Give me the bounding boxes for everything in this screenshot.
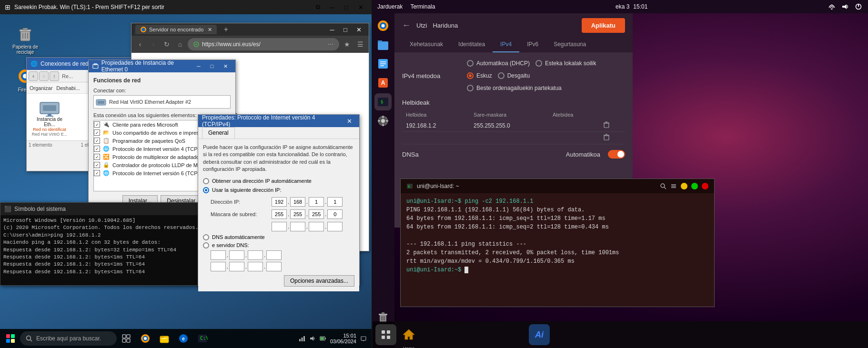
prop-close-btn[interactable]: ✕ [219, 61, 232, 71]
terminal-maximize-btn[interactable] [691, 183, 698, 189]
dns2-o4[interactable] [266, 262, 282, 271]
browser-url-more[interactable]: ⋯ [328, 41, 333, 48]
terminal-close-btn[interactable] [702, 183, 708, 189]
delete-row2-btn[interactable] [599, 132, 625, 144]
method-desgaitu[interactable]: Desgaitu [498, 72, 530, 79]
taskbar-cmd[interactable]: C:\ [194, 330, 211, 347]
browser-reload-btn[interactable]: ↻ [161, 39, 172, 50]
delete-row2-icon[interactable] [603, 134, 610, 140]
method-shared[interactable]: Beste ordenagailuekin partekatua [467, 85, 562, 91]
browser-menu-btn[interactable]: ☰ [354, 39, 366, 50]
windows-close-btn[interactable]: ✕ [354, 2, 367, 12]
subnet-cell[interactable]: 255.255.255.0 [470, 119, 549, 132]
topbar-network-icon[interactable] [828, 4, 836, 10]
taskbar-firefox[interactable] [137, 330, 154, 347]
sidebar-files[interactable] [374, 36, 392, 53]
net-settings-back-btn[interactable]: ← [402, 20, 411, 30]
browser-minimize-btn[interactable]: ─ [326, 25, 338, 34]
dock-ai-btn[interactable]: Ai [529, 324, 550, 345]
taskbar-notification-icon[interactable] [360, 335, 367, 342]
windows-restore-btn[interactable]: ⧉ [312, 2, 324, 12]
gw-octet4[interactable] [327, 222, 343, 231]
tcpip-option-auto[interactable]: Obtener una dirección IP automáticamente [203, 178, 354, 184]
nc-forward-btn[interactable]: › [39, 71, 49, 81]
taskbar-search[interactable]: Escribe aquí para buscar. [20, 331, 117, 346]
tcpip-option-manual[interactable]: Usar la siguiente dirección IP: [203, 187, 354, 193]
terminal-menu-icon[interactable] [670, 183, 677, 189]
taskbar-task-view[interactable] [118, 330, 135, 347]
browser-new-tab-btn[interactable]: + [220, 25, 232, 34]
nc-deshabilitar[interactable]: Deshabi... [56, 85, 80, 91]
delete-row-btn-cell[interactable] [599, 119, 625, 132]
nc-organizar[interactable]: Organizar [30, 85, 52, 91]
sidebar-notes[interactable] [374, 55, 392, 72]
browser-bookmarks-btn[interactable]: ★ [341, 39, 353, 50]
tcpip-general-tab[interactable]: General [202, 127, 235, 139]
terminal-content[interactable]: uni@uni-Isard:~$ ping -c2 192.168.1.1 PI… [401, 193, 714, 278]
utzi-btn[interactable]: Utzi [416, 22, 427, 29]
dns1-o1[interactable] [211, 250, 226, 260]
nc-back-btn[interactable]: ‹ [29, 71, 38, 81]
taskbar-edge[interactable]: e [175, 330, 192, 347]
dns1-o2[interactable] [229, 250, 244, 260]
browser-url-bar[interactable]: https://www.uni.eus/es/ ⋯ [188, 38, 339, 50]
tab-ipv4[interactable]: IPv4 [493, 37, 519, 52]
ip-octet4[interactable] [327, 197, 343, 207]
subnet-octet4[interactable] [327, 209, 343, 219]
terminala-menu[interactable]: Terminala [410, 3, 435, 10]
browser-home-btn[interactable]: ⌂ [174, 39, 186, 50]
tab-identitatea[interactable]: Identitatea [451, 37, 493, 52]
tcpip-close-btn[interactable]: ✕ [343, 116, 355, 126]
gw-octet1[interactable] [272, 222, 287, 231]
tab-ipv6[interactable]: IPv6 [519, 37, 546, 52]
ip-addr-cell[interactable]: 192.168.1.2 [402, 119, 470, 132]
topbar-power-icon[interactable] [855, 3, 862, 10]
ip-octet1[interactable] [272, 197, 287, 207]
gw-octet2[interactable] [290, 222, 305, 231]
dock-grid-btn[interactable] [375, 324, 396, 345]
opciones-avanzadas-btn[interactable]: Opciones avanzadas... [284, 275, 354, 287]
sidebar-terminal[interactable]: $ [374, 93, 392, 110]
tab-xehetasunak[interactable]: Xehetasunak [402, 37, 451, 52]
tab-segurtasuna[interactable]: Segurtasuna [546, 37, 594, 52]
prop-maximize-btn[interactable]: □ [206, 61, 218, 71]
windows-maximize-btn[interactable]: □ [340, 2, 353, 12]
subnet-octet1[interactable] [272, 209, 287, 219]
taskbar-clock[interactable]: 15:01 03/06/2024 [330, 333, 356, 344]
topbar-volume-icon[interactable] [841, 3, 849, 10]
dns1-o4[interactable] [266, 250, 282, 260]
sidebar-appstore[interactable]: A [374, 74, 392, 91]
ip-octet3[interactable] [309, 197, 324, 207]
browser-maximize-btn[interactable]: □ [339, 25, 352, 34]
dns-toggle[interactable] [608, 150, 625, 159]
sidebar-firefox[interactable] [374, 17, 392, 34]
nc-adapter-item[interactable]: Instancia de Eth... Red no identificat R… [30, 98, 69, 137]
jarduerak-menu[interactable]: Jarduerak [377, 3, 403, 10]
method-link-local[interactable]: Esteka lokalak soilik [535, 60, 596, 67]
browser-close-btn[interactable]: ✕ [353, 25, 365, 34]
dns-manual-option[interactable]: e servidor DNS: [203, 242, 354, 249]
sidebar-settings[interactable] [374, 112, 392, 129]
start-button[interactable] [2, 330, 19, 347]
subnet-octet3[interactable] [309, 209, 324, 219]
browser-forward-btn[interactable]: › [148, 39, 159, 50]
dns1-o3[interactable] [248, 250, 263, 260]
dns2-o2[interactable] [229, 262, 244, 271]
dns-auto-option[interactable]: DNS automáticamente [203, 234, 354, 240]
browser-tab-close[interactable]: ✕ [208, 27, 212, 33]
dock-home-btn[interactable]: Home [398, 324, 419, 345]
gateway-cell[interactable] [549, 119, 599, 132]
subnet-octet2[interactable] [290, 209, 305, 219]
aplikatu-btn[interactable]: Aplikatu [582, 18, 625, 33]
browser-back-btn[interactable]: ‹ [134, 39, 146, 50]
ip-add-row[interactable] [402, 132, 470, 144]
taskbar-explorer[interactable] [156, 330, 173, 347]
gw-octet3[interactable] [309, 222, 324, 231]
method-manual[interactable]: Eskuz [467, 72, 492, 79]
prop-minimize-btn[interactable]: ─ [192, 61, 205, 71]
browser-tab[interactable]: Servidor no encontrado ✕ [135, 25, 217, 34]
terminal-search-icon[interactable] [660, 183, 666, 189]
method-dhcp[interactable]: Automatikoa (DHCP) [467, 60, 530, 67]
desktop-icon-recycle[interactable]: Papelera de reciclaje [9, 24, 42, 55]
windows-minimize-btn[interactable]: ─ [326, 2, 338, 12]
